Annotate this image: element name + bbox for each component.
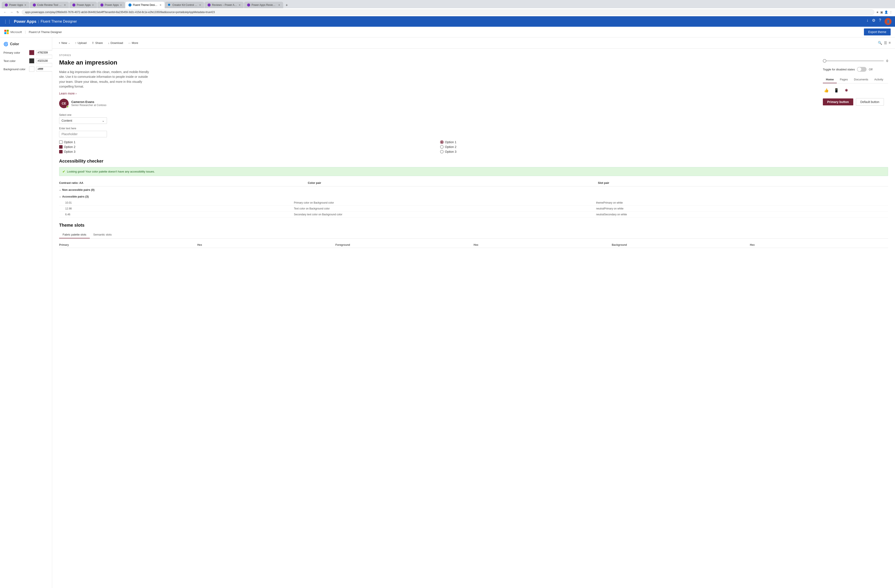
good-message-text: Looking good! Your color palette doesn't… <box>67 170 155 173</box>
radio-option-1[interactable]: Option 1 <box>440 140 816 144</box>
tab-bar: Power Apps ✕ Code Review Tool Experim...… <box>0 0 895 8</box>
svg-point-0 <box>5 4 8 6</box>
tab-1-label: Power Apps <box>9 3 23 6</box>
text-color-swatch[interactable] <box>29 58 34 64</box>
checkbox-option-2[interactable]: ✓ Option 2 <box>59 145 435 149</box>
tab-4-label: Power Apps <box>105 3 119 6</box>
thumbs-up-icon[interactable]: 👍 <box>823 87 830 94</box>
tab-1-close[interactable]: ✕ <box>24 4 26 6</box>
avatar-row: CE Cameron Evans Senior Researcher at Co… <box>59 99 816 108</box>
acc-slot-pair-3: neutralSecondary on white <box>596 213 882 216</box>
app-brand: Power Apps <box>14 19 36 24</box>
non-accessible-section[interactable]: ⌄ Non accessible pairs (0) <box>59 186 888 193</box>
checkbox-1[interactable] <box>59 140 62 144</box>
tab-2-close[interactable]: ✕ <box>64 4 66 6</box>
upload-button[interactable]: ↑ Upload <box>73 40 89 46</box>
acc-header-slot-pair: Slot pair <box>598 181 888 185</box>
radio-1[interactable] <box>440 140 444 144</box>
primary-button[interactable]: Primary button <box>823 99 853 105</box>
filter-icon[interactable]: ☰ <box>884 41 887 45</box>
tab-1[interactable]: Power Apps ✕ <box>2 2 29 8</box>
ms-red-sq <box>5 30 6 32</box>
tab-3[interactable]: Power Apps ✕ <box>69 2 97 8</box>
tab-6-label: Creator Kit Control Refere... <box>172 3 198 6</box>
slot-table-header: Primary Hex Foreground Hex Background He… <box>59 242 888 248</box>
new-icon: + <box>59 41 61 44</box>
fabric-palette-tab[interactable]: Fabric palette slots <box>59 231 90 238</box>
toggle[interactable] <box>857 67 866 72</box>
checkbox-option-3[interactable]: ✓ Option 3 <box>59 150 435 153</box>
search-icon[interactable]: 🔍 <box>878 41 882 45</box>
learn-more-link[interactable]: Learn more › <box>59 92 816 95</box>
tab-5-close[interactable]: ✕ <box>159 4 161 6</box>
tab-pages[interactable]: Pages <box>837 76 851 83</box>
export-theme-button[interactable]: Export theme <box>864 29 890 35</box>
list-icon[interactable]: ≡ <box>889 41 890 45</box>
app-settings-icon[interactable]: ⚙ <box>872 18 875 25</box>
tab-3-close[interactable]: ✕ <box>92 4 94 6</box>
tab-8-close[interactable]: ✕ <box>278 4 280 6</box>
profile-icon[interactable]: 👤 <box>884 11 888 14</box>
app-help-icon[interactable]: ? <box>879 18 881 25</box>
accessible-section[interactable]: ⌄ Accessible pairs (3) <box>59 193 888 200</box>
content-area: + New ⌄ ↑ Upload ⇧ Share ↓ Download ··· … <box>52 37 895 588</box>
tab-7-label: Reviews – Power Apps <box>212 3 237 6</box>
back-button[interactable]: ← <box>3 9 8 15</box>
table-row: 6.46 Secondary text color on Background … <box>59 212 888 218</box>
tab-7-favicon <box>208 3 211 6</box>
new-tab-button[interactable]: + <box>284 2 290 8</box>
asterisk-icon[interactable]: ✱ <box>843 87 850 94</box>
text-input[interactable] <box>59 131 107 137</box>
forward-button[interactable]: → <box>9 9 14 15</box>
new-button[interactable]: + New ⌄ <box>56 40 72 46</box>
primary-color-swatch[interactable] <box>29 50 34 55</box>
learn-more-text: Learn more <box>59 92 75 95</box>
tab-8[interactable]: Power Apps Review Tool ... ✕ <box>244 2 283 8</box>
more-button[interactable]: ··· More <box>126 40 140 46</box>
acc-header-contrast: Contrast ratio: AA <box>59 181 308 185</box>
toggle-row: Toggle for disabled states Off <box>823 67 888 72</box>
ms-logo: Microsoft | Fluent UI Theme Designer <box>5 30 62 34</box>
menu-icon[interactable]: ⋮ <box>889 11 892 14</box>
checkbox-2[interactable]: ✓ <box>59 145 62 149</box>
bookmark-icon[interactable]: ★ <box>876 11 879 14</box>
mobile-icon[interactable]: 📱 <box>833 87 840 94</box>
semantic-slots-tab[interactable]: Semantic slots <box>90 231 115 238</box>
radio-2[interactable] <box>440 145 444 149</box>
tab-6-close[interactable]: ✕ <box>199 4 201 6</box>
default-button[interactable]: Default button <box>856 98 884 106</box>
radio-3[interactable] <box>440 150 444 153</box>
url-bar[interactable]: apps.powerapps.com/play/2f6b0e93-7676-40… <box>22 9 874 15</box>
tab-4-favicon <box>100 3 103 6</box>
accessibility-good-message: ✔ Looking good! Your color palette doesn… <box>59 167 888 176</box>
extension-icon[interactable]: ▣ <box>880 11 883 14</box>
tab-documents[interactable]: Documents <box>851 76 871 83</box>
app-download-icon[interactable]: ↓ <box>866 18 868 25</box>
text-input-label: Enter text here <box>59 127 816 130</box>
app-avatar[interactable]: 👤 <box>884 18 892 25</box>
tab-5[interactable]: Fluent Theme Designer -... ✕ <box>125 2 165 8</box>
download-button[interactable]: ↓ Download <box>106 40 125 46</box>
checkbox-option-1[interactable]: Option 1 <box>59 140 435 144</box>
tab-activity[interactable]: Activity <box>871 76 886 83</box>
tab-4[interactable]: Power Apps ✕ <box>97 2 125 8</box>
tab-2-favicon <box>33 3 36 6</box>
radio-option-2[interactable]: Option 2 <box>440 145 816 149</box>
slider-row: 0 <box>823 59 888 62</box>
radio-option-3[interactable]: Option 3 <box>440 150 816 153</box>
tab-4-close[interactable]: ✕ <box>120 4 122 6</box>
slot-header-foreground: Foreground <box>335 243 473 246</box>
share-button[interactable]: ⇧ Share <box>90 40 105 46</box>
reload-button[interactable]: ↻ <box>16 9 20 15</box>
tab-6[interactable]: Creator Kit Control Refere... ✕ <box>165 2 204 8</box>
grid-icon[interactable]: ⋮⋮ <box>3 19 11 24</box>
background-color-swatch[interactable] <box>29 67 34 72</box>
tab-7[interactable]: Reviews – Power Apps ✕ <box>205 2 244 8</box>
tab-home[interactable]: Home <box>823 76 837 83</box>
checkbox-3[interactable]: ✓ <box>59 150 62 153</box>
slider[interactable] <box>823 61 884 61</box>
accessible-chevron-icon: ⌄ <box>59 195 61 198</box>
select-dropdown[interactable]: Content ⌄ <box>59 117 107 124</box>
tab-7-close[interactable]: ✕ <box>239 4 241 6</box>
tab-2[interactable]: Code Review Tool Experim... ✕ <box>30 2 69 8</box>
